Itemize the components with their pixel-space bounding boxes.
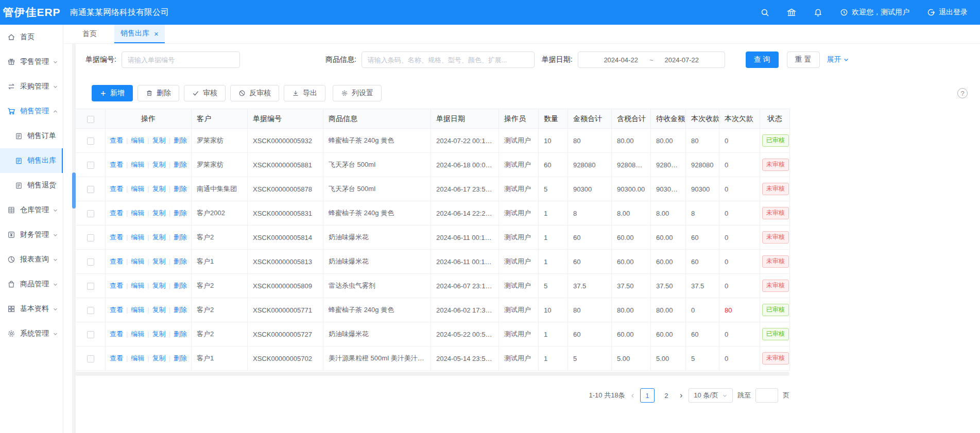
sidebar-item-reports[interactable]: 报表查询 bbox=[0, 247, 63, 272]
bell-icon[interactable] bbox=[814, 8, 822, 17]
action-view-link[interactable]: 查看 bbox=[110, 330, 123, 338]
row-checkbox[interactable] bbox=[87, 186, 94, 193]
action-copy-link[interactable]: 复制 bbox=[152, 209, 166, 217]
action-view-link[interactable]: 查看 bbox=[110, 306, 123, 314]
tab-sales-outbound[interactable]: 销售出库 × bbox=[114, 25, 165, 43]
action-edit-link[interactable]: 编辑 bbox=[131, 354, 144, 362]
action-delete-link[interactable]: 删除 bbox=[174, 282, 187, 289]
row-checkbox[interactable] bbox=[87, 307, 94, 314]
action-copy-link[interactable]: 复制 bbox=[152, 282, 166, 289]
delete-button[interactable]: 删除 bbox=[137, 85, 179, 101]
action-delete-link[interactable]: 删除 bbox=[174, 233, 187, 241]
help-icon[interactable]: ? bbox=[957, 88, 968, 98]
reset-button[interactable]: 重 置 bbox=[787, 51, 820, 68]
action-view-link[interactable]: 查看 bbox=[110, 136, 123, 144]
row-checkbox[interactable] bbox=[87, 162, 94, 169]
sidebar-item-home[interactable]: 首页 bbox=[0, 25, 63, 49]
select-all-checkbox[interactable] bbox=[87, 116, 94, 123]
search-icon[interactable] bbox=[761, 8, 769, 17]
action-view-link[interactable]: 查看 bbox=[110, 257, 123, 265]
sidebar-item-sales-outbound[interactable]: 销售出库 bbox=[0, 148, 63, 173]
action-view-link[interactable]: 查看 bbox=[110, 282, 123, 289]
sidebar-item-basic-data[interactable]: 基本资料 bbox=[0, 297, 63, 321]
action-copy-link[interactable]: 复制 bbox=[152, 354, 166, 362]
tab-home[interactable]: 首页 bbox=[76, 25, 103, 43]
action-edit-link[interactable]: 编辑 bbox=[131, 136, 144, 144]
add-button[interactable]: 新增 bbox=[92, 85, 133, 101]
pagination: 1-10 共18条 ‹ 1 2 › 10 条/页 跳至 页 bbox=[75, 388, 789, 403]
app-logo[interactable]: 管伊佳ERP bbox=[0, 5, 63, 20]
page-size-select[interactable]: 10 条/页 bbox=[689, 388, 733, 403]
action-delete-link[interactable]: 删除 bbox=[174, 306, 187, 314]
action-copy-link[interactable]: 复制 bbox=[152, 161, 166, 168]
logout-button[interactable]: 退出登录 bbox=[927, 8, 968, 17]
action-copy-link[interactable]: 复制 bbox=[152, 306, 166, 314]
action-copy-link[interactable]: 复制 bbox=[152, 330, 166, 338]
page-1-button[interactable]: 1 bbox=[640, 388, 655, 403]
column-settings-button[interactable]: 列设置 bbox=[333, 85, 382, 101]
action-view-link[interactable]: 查看 bbox=[110, 354, 123, 362]
action-delete-link[interactable]: 删除 bbox=[174, 209, 187, 217]
action-edit-link[interactable]: 编辑 bbox=[131, 161, 144, 168]
grid-icon bbox=[7, 305, 15, 313]
search-button[interactable]: 查 询 bbox=[746, 51, 779, 68]
action-edit-link[interactable]: 编辑 bbox=[131, 185, 144, 193]
action-delete-link[interactable]: 删除 bbox=[174, 257, 187, 265]
page-2-button[interactable]: 2 bbox=[659, 388, 674, 403]
action-copy-link[interactable]: 复制 bbox=[152, 136, 166, 144]
action-delete-link[interactable]: 删除 bbox=[174, 354, 187, 362]
action-copy-link[interactable]: 复制 bbox=[152, 185, 166, 193]
export-button[interactable]: 导出 bbox=[284, 85, 325, 101]
action-delete-link[interactable]: 删除 bbox=[174, 185, 187, 193]
scrollbar-thumb[interactable] bbox=[72, 172, 76, 209]
action-edit-link[interactable]: 编辑 bbox=[131, 330, 144, 338]
sidebar-item-sales-return[interactable]: 销售退货 bbox=[0, 173, 63, 198]
jump-page-input[interactable] bbox=[755, 388, 778, 403]
row-checkbox[interactable] bbox=[87, 137, 94, 145]
action-edit-link[interactable]: 编辑 bbox=[131, 209, 144, 217]
row-checkbox[interactable] bbox=[87, 355, 94, 362]
action-delete-link[interactable]: 删除 bbox=[174, 136, 187, 144]
action-copy-link[interactable]: 复制 bbox=[152, 233, 166, 241]
next-page-button[interactable]: › bbox=[678, 391, 684, 400]
sidebar-item-retail[interactable]: 零售管理 bbox=[0, 49, 63, 74]
action-delete-link[interactable]: 删除 bbox=[174, 161, 187, 168]
action-delete-link[interactable]: 删除 bbox=[174, 330, 187, 338]
date-end-value[interactable]: 2024-07-22 bbox=[664, 56, 699, 64]
bill-no-input[interactable] bbox=[122, 51, 240, 68]
action-edit-link[interactable]: 编辑 bbox=[131, 257, 144, 265]
sidebar-item-products[interactable]: 商品管理 bbox=[0, 272, 63, 297]
action-view-link[interactable]: 查看 bbox=[110, 233, 123, 241]
action-edit-link[interactable]: 编辑 bbox=[131, 233, 144, 241]
sidebar-item-warehouse[interactable]: 仓库管理 bbox=[0, 198, 63, 222]
close-icon[interactable]: × bbox=[154, 30, 159, 38]
audit-button[interactable]: 审核 bbox=[184, 85, 226, 101]
action-view-link[interactable]: 查看 bbox=[110, 161, 123, 168]
bank-icon[interactable] bbox=[787, 8, 796, 17]
sidebar-item-sales[interactable]: 销售管理 bbox=[0, 99, 63, 124]
expand-link[interactable]: 展开 bbox=[827, 55, 849, 64]
action-edit-link[interactable]: 编辑 bbox=[131, 306, 144, 314]
date-start-value[interactable]: 2024-04-22 bbox=[604, 56, 638, 64]
sidebar-item-system[interactable]: 系统管理 bbox=[0, 321, 63, 346]
sidebar-item-finance[interactable]: 财务管理 bbox=[0, 222, 63, 247]
action-view-link[interactable]: 查看 bbox=[110, 185, 123, 193]
vertical-scrollbar[interactable] bbox=[72, 44, 76, 433]
row-checkbox[interactable] bbox=[87, 234, 94, 241]
action-view-link[interactable]: 查看 bbox=[110, 209, 123, 217]
row-checkbox[interactable] bbox=[87, 258, 94, 266]
action-edit-link[interactable]: 编辑 bbox=[131, 282, 144, 289]
cell-customer: 客户1 bbox=[192, 347, 248, 371]
sidebar-item-sales-order[interactable]: 销售订单 bbox=[0, 124, 63, 148]
row-checkbox[interactable] bbox=[87, 331, 94, 338]
horizontal-scrollbar[interactable] bbox=[75, 372, 789, 376]
row-checkbox[interactable] bbox=[87, 283, 94, 290]
row-checkbox[interactable] bbox=[87, 210, 94, 217]
sidebar-item-purchase[interactable]: 采购管理 bbox=[0, 74, 63, 99]
product-info-input[interactable] bbox=[362, 51, 535, 68]
welcome-user[interactable]: 欢迎您，测试用户 bbox=[840, 8, 909, 17]
unaudit-button[interactable]: 反审核 bbox=[230, 85, 279, 101]
prev-page-button[interactable]: ‹ bbox=[630, 391, 635, 400]
date-range-picker[interactable]: 2024-04-22 ~ 2024-07-22 bbox=[578, 51, 725, 68]
action-copy-link[interactable]: 复制 bbox=[152, 257, 166, 265]
